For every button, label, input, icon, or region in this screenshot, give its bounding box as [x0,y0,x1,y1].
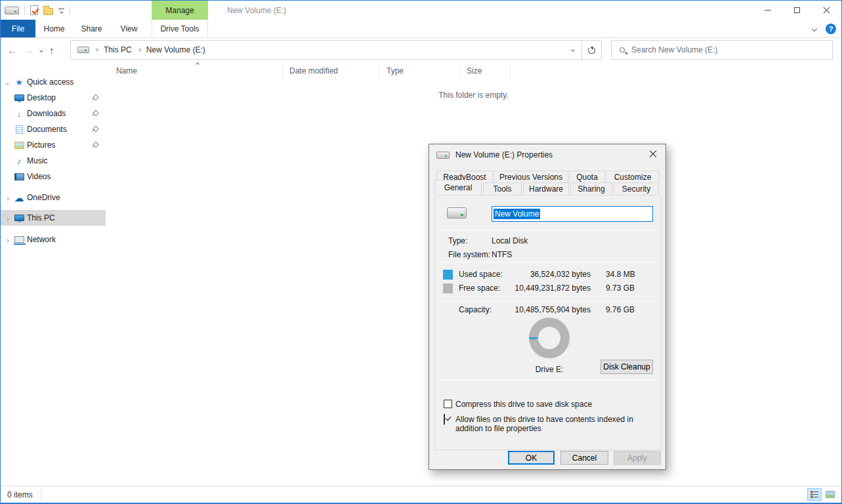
forward-button[interactable]: → [24,45,33,55]
compress-checkbox[interactable] [444,400,452,408]
sidebar-item-this-pc[interactable]: This PC [1,210,106,226]
navigation-pane: ★ Quick access Desktop ↓ Downloads Docum… [1,62,106,485]
index-checkbox-label[interactable]: Allow files on this drive to have conten… [455,415,656,433]
close-icon [823,7,830,14]
cancel-button[interactable]: Cancel [560,451,608,465]
dialog-tabs-front-row: General Tools Hardware Sharing Security [434,182,660,195]
tab-general[interactable]: General [434,180,482,195]
column-header-type[interactable]: Type [380,62,460,80]
chevron-down-icon[interactable] [5,81,9,85]
minimize-button[interactable] [753,1,782,20]
address-bar[interactable]: This PC New Volume (E:) [70,40,602,60]
refresh-button[interactable] [581,41,601,59]
ok-button[interactable]: OK [508,451,555,465]
column-header-size[interactable]: Size [460,62,511,80]
up-button[interactable]: ↑ [49,45,54,55]
free-space-size: 9.73 GB [606,284,635,293]
maximize-button[interactable] [782,1,812,20]
sidebar-item-pictures[interactable]: Pictures [1,137,106,153]
back-button[interactable]: ← [7,45,17,55]
divider [440,230,656,230]
address-dropdown-button[interactable] [564,49,581,51]
tab-tools[interactable]: Tools [483,182,522,195]
sidebar-item-quick-access[interactable]: ★ Quick access [1,74,106,90]
volume-name-input[interactable]: New Volume [492,206,653,222]
filesystem-label: File system: [448,250,490,259]
navigation-arrows: ← → ↑ [7,39,54,62]
refresh-icon [588,47,595,54]
index-checkbox[interactable] [444,414,445,425]
properties-dialog: New Volume (E:) Properties ReadyBoost Pr… [429,144,666,470]
drive-icon[interactable] [77,47,89,53]
sidebar-item-downloads[interactable]: ↓ Downloads [1,106,106,121]
separator [70,6,70,15]
filesystem-value: NTFS [492,250,512,259]
expand-ribbon-icon[interactable] [812,26,817,32]
address-row: ← → ↑ This PC New Volume (E:) Search New… [1,39,841,62]
divider [440,380,656,381]
dialog-buttons: OK Cancel Apply [429,451,665,465]
customize-quick-access-icon[interactable] [58,7,64,13]
sidebar-item-network[interactable]: Network [1,232,106,247]
desktop-icon [14,94,24,101]
manage-contextual-label[interactable]: Manage [152,1,208,20]
separator [24,6,25,15]
tab-drive-tools[interactable]: Drive Tools [152,20,208,37]
tab-quota[interactable]: Quota [569,171,605,182]
column-header-name[interactable]: Name [106,62,283,80]
close-button[interactable] [812,1,841,20]
column-header-date-modified[interactable]: Date modified [283,62,380,80]
chevron-right-icon[interactable] [5,239,9,243]
free-space-label: Free space: [459,284,500,293]
ribbon-right-controls: ? [812,20,836,38]
type-value: Local Disk [492,236,528,245]
apply-button[interactable]: Apply [614,451,661,465]
sidebar-item-onedrive[interactable]: ☁ OneDrive [1,190,106,205]
breadcrumb-this-pc[interactable]: This PC [104,45,132,54]
dialog-titlebar: New Volume (E:) Properties [429,144,665,165]
sidebar-item-desktop[interactable]: Desktop [1,90,106,106]
new-folder-icon[interactable] [43,8,53,15]
capacity-label: Capacity: [459,305,492,314]
network-icon [14,236,24,243]
pin-icon [91,125,99,133]
tab-share[interactable]: Share [73,20,110,37]
help-icon[interactable]: ? [826,24,836,34]
tab-view[interactable]: View [110,20,148,37]
disk-cleanup-button[interactable]: Disk Cleanup [600,360,653,374]
quick-access-toolbar [5,1,70,20]
explorer-window: Manage New Volume (E:) File Home Share V… [0,0,842,504]
tab-file[interactable]: File [1,20,35,37]
tab-customize[interactable]: Customize [606,171,660,182]
tab-security[interactable]: Security [614,182,659,195]
history-dropdown-icon[interactable] [39,49,43,52]
compress-checkbox-label[interactable]: Compress this drive to save disk space [455,400,592,409]
chevron-right-icon[interactable] [5,217,9,221]
details-view-button[interactable] [807,488,822,501]
breadcrumb-current[interactable]: New Volume (E:) [146,45,205,54]
tab-previous-versions[interactable]: Previous Versions [494,171,568,182]
used-space-bytes: 36,524,032 bytes [501,270,591,279]
used-space-label: Used space: [459,270,503,279]
type-label: Type: [448,236,467,245]
chevron-right-icon[interactable] [5,197,9,201]
free-space-bytes: 10,449,231,872 bytes [501,284,591,293]
divider [440,262,656,262]
tab-hardware[interactable]: Hardware [523,182,569,195]
dialog-close-button[interactable] [641,144,665,164]
chevron-right-icon[interactable] [137,48,141,52]
minimize-icon [765,10,771,10]
thumbnails-view-button[interactable] [823,488,837,501]
tab-sharing[interactable]: Sharing [570,182,612,195]
sidebar-item-documents[interactable]: Documents [1,121,106,137]
separator [41,490,41,500]
sidebar-item-music[interactable]: ♪ Music [1,153,106,169]
maximize-icon [794,7,800,13]
search-input[interactable]: Search New Volume (E:) [611,40,833,60]
details-view-icon [810,491,818,498]
sidebar-item-videos[interactable]: Videos [1,169,106,184]
tab-home[interactable]: Home [35,20,73,37]
used-space-size: 34.8 MB [606,270,635,279]
chevron-right-icon[interactable] [95,48,98,52]
properties-icon[interactable] [30,5,38,15]
